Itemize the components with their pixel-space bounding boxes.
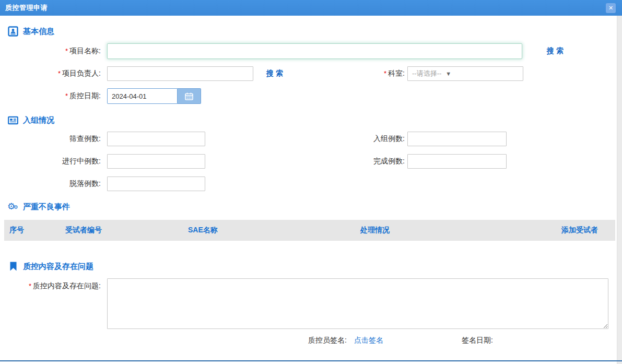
project-name-label: *项目名称: [0, 46, 107, 56]
required-asterisk: * [384, 69, 386, 77]
sae-table-header: 序号 受试者编号 SAE名称 处理情况 添加受试者 [4, 220, 615, 241]
sae-table: 序号 受试者编号 SAE名称 处理情况 添加受试者 [4, 220, 615, 241]
enrolled-label: 入组例数: [306, 134, 407, 144]
qc-date-row: *质控日期: [0, 88, 622, 104]
sae-col-name: SAE名称 [188, 226, 360, 235]
qc-content-textarea[interactable] [107, 278, 608, 329]
department-group: *科室: --请选择-- ▼ [306, 66, 523, 81]
inprogress-completed-row: 进行中例数: 完成例数: [0, 154, 622, 169]
project-name-search-button[interactable]: 搜 索 [547, 46, 564, 56]
enrolled-group: 入组例数: [306, 132, 507, 146]
dialog-title: 质控管理申请 [5, 3, 48, 13]
vertical-scrollbar[interactable] [617, 16, 622, 364]
close-icon[interactable]: ✕ [606, 3, 616, 13]
screening-enrolled-row: 筛查例数: 入组例数: [0, 132, 622, 146]
section-basic-info: 基本信息 [0, 26, 622, 37]
sae-col-seq: 序号 [4, 226, 65, 235]
inprogress-label: 进行中例数: [0, 157, 107, 166]
add-subject-button[interactable]: 添加受试者 [537, 226, 615, 235]
section-sae: ⚙ ⚙ 严重不良事件 [0, 202, 622, 212]
dropout-row: 脱落例数: [0, 177, 622, 191]
screening-group: 筛查例数: [0, 132, 306, 146]
completed-group: 完成例数: [306, 154, 507, 169]
qc-date-input[interactable] [107, 88, 178, 104]
required-asterisk: * [29, 282, 31, 290]
dropout-label: 脱落例数: [0, 179, 107, 189]
required-asterisk: * [65, 92, 68, 100]
sae-col-handling: 处理情况 [360, 226, 537, 235]
completed-label: 完成例数: [306, 157, 407, 166]
required-asterisk: * [65, 47, 68, 55]
sae-col-subject-id: 受试者编号 [65, 226, 188, 235]
project-leader-input[interactable] [107, 66, 253, 81]
id-card-icon [7, 26, 19, 37]
newspaper-icon [7, 115, 19, 125]
project-leader-label: *项目负责人: [0, 69, 107, 78]
bookmark-icon [7, 261, 19, 272]
project-leader-group: *项目负责人: 搜 索 [0, 66, 306, 81]
section-title-sae: 严重不良事件 [23, 202, 70, 212]
gears-icon: ⚙ ⚙ [7, 202, 19, 212]
section-enrollment: 入组情况 [0, 115, 622, 125]
signer-label: 质控员签名: [308, 336, 347, 345]
screening-count-input[interactable] [107, 132, 205, 146]
dialog-titlebar: 质控管理申请 [0, 0, 622, 16]
section-title-enrollment: 入组情况 [23, 115, 54, 125]
project-leader-search-button[interactable]: 搜 索 [266, 69, 283, 78]
inprogress-count-input[interactable] [107, 154, 205, 169]
leader-department-row: *项目负责人: 搜 索 *科室: --请选择-- ▼ [0, 66, 622, 81]
calendar-icon[interactable] [178, 88, 201, 104]
signature-row: 质控员签名: 点击签名 签名日期: [308, 336, 622, 345]
qc-date-label: *质控日期: [0, 91, 107, 101]
department-selected-value: --请选择-- [412, 69, 441, 78]
enrolled-count-input[interactable] [407, 132, 507, 146]
section-qc-content: 质控内容及存在问题 [0, 261, 622, 272]
project-name-input[interactable] [107, 43, 522, 59]
required-asterisk: * [58, 69, 61, 77]
department-label: *科室: [306, 69, 407, 78]
qc-application-dialog: 质控管理申请 ✕ 基本信息 *项目名称: 搜 索 *项目负责人: 搜 索 *科室… [0, 0, 622, 364]
sign-date-label: 签名日期: [462, 336, 493, 345]
click-to-sign-link[interactable]: 点击签名 [354, 336, 383, 345]
section-title-basic: 基本信息 [23, 27, 54, 37]
qc-content-label: *质控内容及存在问题: [0, 278, 107, 291]
project-name-row: *项目名称: 搜 索 [0, 43, 622, 59]
qc-content-row: *质控内容及存在问题: [0, 278, 622, 329]
chevron-down-icon: ▼ [445, 71, 451, 77]
department-select[interactable]: --请选择-- ▼ [407, 66, 523, 81]
completed-count-input[interactable] [407, 154, 507, 169]
screening-label: 筛查例数: [0, 134, 107, 144]
dropout-count-input[interactable] [107, 177, 205, 191]
dialog-bottom-border [0, 360, 622, 361]
inprogress-group: 进行中例数: [0, 154, 306, 169]
section-title-qc-content: 质控内容及存在问题 [23, 262, 93, 272]
